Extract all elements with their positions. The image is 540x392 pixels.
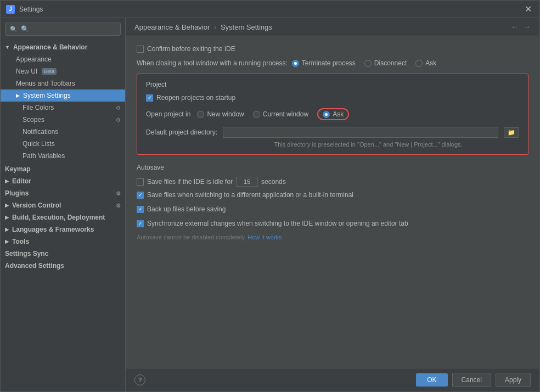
backup-row: Back up files before saving: [137, 205, 528, 213]
bottom-bar: ? OK Cancel Apply: [126, 368, 539, 391]
current-window-radio[interactable]: [253, 111, 260, 118]
tool-window-row: When closing a tool window with a runnin…: [137, 59, 528, 67]
sidebar-item-settings-sync[interactable]: Settings Sync: [1, 248, 125, 260]
app-icon: J: [6, 5, 15, 14]
sidebar-item-menus-toolbars[interactable]: Menus and Toolbars: [1, 77, 125, 89]
expand-arrow-system: ▶: [16, 93, 20, 98]
sidebar-item-path-variables[interactable]: Path Variables: [1, 150, 125, 162]
ask-project-radio[interactable]: [323, 111, 330, 118]
open-project-row: Open project in New window Current windo…: [146, 108, 519, 120]
project-section-title: Project: [146, 81, 519, 88]
idle-seconds-input[interactable]: [236, 177, 258, 187]
search-input[interactable]: [21, 25, 116, 33]
main-area: 🔍 ▼ Appearance & Behavior Appearance New…: [1, 18, 539, 391]
idle-row: Save files if the IDE is idle for second…: [137, 177, 528, 187]
sync-row: Synchronize external changes when switch…: [137, 220, 528, 227]
expand-arrow-lang: ▶: [5, 227, 9, 232]
gear-icon: ⚙: [116, 105, 121, 111]
help-button[interactable]: ?: [134, 374, 145, 385]
project-section: Project Reopen projects on startup Open …: [137, 74, 528, 155]
settings-window: J Settings ✕ 🔍 ▼ Appearance & Behavior A…: [0, 0, 540, 392]
gear-icon-3: ⚙: [116, 191, 121, 197]
expand-arrow-editor: ▶: [5, 178, 9, 184]
sync-checkbox[interactable]: [137, 220, 144, 227]
confirm-exit-checkbox-label[interactable]: Confirm before exiting the IDE: [137, 45, 235, 53]
settings-body: Confirm before exiting the IDE When clos…: [126, 36, 539, 368]
tool-window-radio-group: Terminate process Disconnect Ask: [292, 59, 436, 67]
sync-label[interactable]: Synchronize external changes when switch…: [137, 220, 408, 227]
disconnect-radio-label[interactable]: Disconnect: [364, 59, 407, 67]
expand-arrow: ▼: [5, 44, 10, 50]
ask-radio[interactable]: [415, 60, 423, 67]
backup-label[interactable]: Back up files before saving: [137, 205, 226, 213]
confirm-exit-checkbox[interactable]: [137, 46, 144, 53]
sidebar-item-new-ui[interactable]: New UI Beta: [1, 65, 125, 77]
title-bar: J Settings ✕: [1, 1, 539, 18]
sidebar-item-build[interactable]: ▶ Build, Execution, Deployment: [1, 211, 125, 223]
sidebar-item-version-control[interactable]: ▶ Version Control ⚙: [1, 199, 125, 211]
expand-arrow-vc: ▶: [5, 203, 9, 208]
disconnect-radio[interactable]: [364, 60, 372, 67]
search-box[interactable]: 🔍: [5, 23, 121, 36]
sidebar-item-system-settings[interactable]: ▶ System Settings: [1, 89, 125, 102]
sidebar-item-appearance-behavior[interactable]: ▼ Appearance & Behavior: [1, 41, 125, 53]
nav-back-button[interactable]: ←: [511, 23, 519, 31]
reopen-projects-label[interactable]: Reopen projects on startup: [146, 94, 235, 102]
breadcrumb: Appearance & Behavior › System Settings: [134, 23, 272, 31]
idle-checkbox[interactable]: [137, 178, 144, 186]
nav-forward-button[interactable]: →: [523, 23, 531, 31]
ask-project-radio-label[interactable]: Ask: [323, 110, 344, 118]
dir-hint: This directory is preselected in "Open..…: [146, 141, 519, 148]
current-window-radio-label[interactable]: Current window: [253, 110, 308, 118]
sidebar-item-editor[interactable]: ▶ Editor: [1, 175, 125, 187]
settings-content: Appearance & Behavior › System Settings …: [126, 18, 539, 391]
sidebar: 🔍 ▼ Appearance & Behavior Appearance New…: [1, 18, 126, 391]
beta-badge: Beta: [42, 68, 57, 75]
new-window-radio[interactable]: [197, 111, 204, 118]
terminate-radio-label[interactable]: Terminate process: [292, 59, 356, 67]
nav-arrows: ← →: [511, 23, 531, 31]
confirm-exit-row: Confirm before exiting the IDE: [137, 45, 528, 53]
dir-label: Default project directory:: [146, 128, 217, 136]
idle-checkbox-label[interactable]: Save files if the IDE is idle for: [137, 178, 233, 186]
gear-icon-4: ⚙: [116, 203, 121, 209]
how-it-works-link[interactable]: How it works: [248, 234, 282, 240]
sidebar-nav: ▼ Appearance & Behavior Appearance New U…: [1, 40, 125, 273]
sidebar-item-tools[interactable]: ▶ Tools: [1, 236, 125, 248]
switch-app-checkbox[interactable]: [137, 192, 144, 199]
sidebar-item-appearance[interactable]: Appearance: [1, 53, 125, 65]
ask-option-highlight: Ask: [317, 108, 349, 120]
breadcrumb-separator: ›: [214, 23, 216, 31]
sidebar-item-scopes[interactable]: Scopes ⚙: [1, 114, 125, 126]
close-button[interactable]: ✕: [522, 4, 534, 14]
dir-input[interactable]: [223, 127, 498, 138]
breadcrumb-bar: Appearance & Behavior › System Settings …: [126, 18, 539, 36]
sidebar-item-quick-lists[interactable]: Quick Lists: [1, 138, 125, 150]
sidebar-item-keymap[interactable]: Keymap: [1, 163, 125, 175]
reopen-projects-row: Reopen projects on startup: [146, 94, 519, 102]
switch-app-label[interactable]: Save files when switching to a different…: [137, 191, 353, 199]
sidebar-item-advanced-settings[interactable]: Advanced Settings: [1, 260, 125, 272]
reopen-projects-checkbox[interactable]: [146, 94, 153, 102]
autosave-section: Autosave Save files if the IDE is idle f…: [137, 164, 528, 240]
backup-checkbox[interactable]: [137, 206, 144, 213]
apply-button[interactable]: Apply: [496, 373, 531, 387]
sidebar-item-languages[interactable]: ▶ Languages & Frameworks: [1, 223, 125, 236]
default-dir-row: Default project directory: 📁: [146, 127, 519, 138]
window-title: Settings: [19, 5, 522, 13]
ask-radio-label[interactable]: Ask: [415, 59, 436, 67]
ok-button[interactable]: OK: [416, 373, 447, 387]
switch-app-row: Save files when switching to a different…: [137, 191, 528, 199]
sidebar-item-plugins[interactable]: Plugins ⚙: [1, 187, 125, 199]
autosave-hint: Autosave cannot be disabled completely. …: [137, 234, 528, 240]
terminate-radio[interactable]: [292, 60, 299, 67]
sidebar-item-notifications[interactable]: Notifications: [1, 126, 125, 138]
search-icon: 🔍: [10, 26, 18, 33]
expand-arrow-build: ▶: [5, 215, 9, 220]
dir-browse-button[interactable]: 📁: [504, 127, 519, 138]
open-project-radio-group: New window Current window Ask: [197, 108, 349, 120]
gear-icon-2: ⚙: [116, 117, 121, 123]
cancel-button[interactable]: Cancel: [452, 373, 491, 387]
sidebar-item-file-colors[interactable]: File Colors ⚙: [1, 102, 125, 114]
new-window-radio-label[interactable]: New window: [197, 110, 244, 118]
